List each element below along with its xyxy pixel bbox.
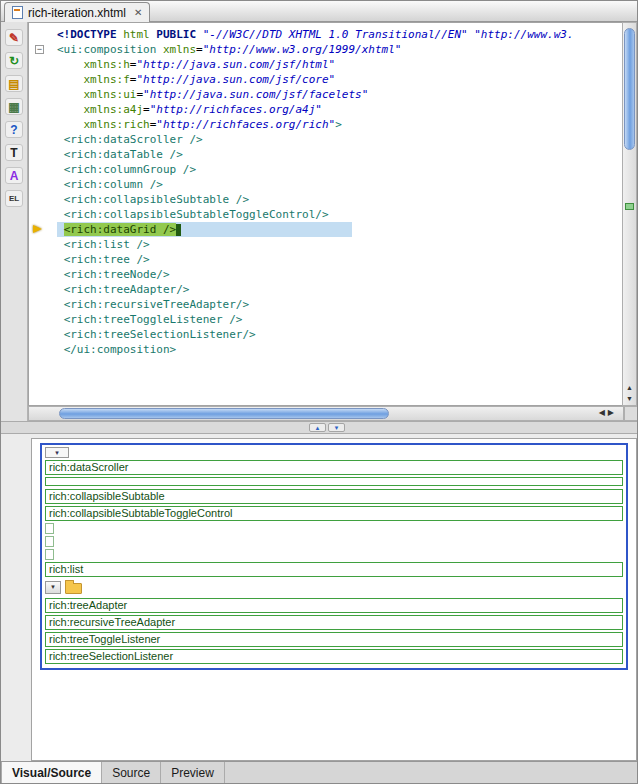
xhtml-file-icon <box>12 6 23 19</box>
tab-visual-source[interactable]: Visual/Source <box>1 762 102 783</box>
code-line[interactable]: <rich:treeAdapter/> <box>29 282 624 297</box>
vertical-scrollbar[interactable]: ▲ ▼ <box>622 22 637 406</box>
code-line[interactable]: <!DOCTYPE html PUBLIC "-//W3C//DTD XHTML… <box>29 27 624 42</box>
code-text: xmlns:h="http://java.sun.com/jsf/html" <box>57 57 335 72</box>
code-text: <rich:dataScroller /> <box>57 132 203 147</box>
visual-box-rich-treeToggleListener[interactable]: rich:treeToggleListener <box>45 632 623 647</box>
tree-preview-row[interactable]: ▼ <box>45 580 623 594</box>
visual-box-rich-collapsibleSubtableToggleControl[interactable]: rich:collapsibleSubtableToggleControl <box>45 506 623 521</box>
visual-box-rich-treeSelectionListener[interactable]: rich:treeSelectionListener <box>45 649 623 664</box>
gutter-cell <box>29 252 57 267</box>
show-selection-bar-icon[interactable]: ▦ <box>5 98 23 115</box>
horizontal-scrollbar[interactable]: ◀▶ <box>28 406 624 421</box>
gutter-cell <box>29 87 57 102</box>
visual-box-rich-dataScroller[interactable]: rich:dataScroller <box>45 460 623 475</box>
fold-collapse-icon[interactable]: − <box>35 45 44 54</box>
code-text: <rich:collapsibleSubtable /> <box>57 192 249 207</box>
visual-box-rich-collapsibleSubtable[interactable]: rich:collapsibleSubtable <box>45 489 623 504</box>
el-expression-icon[interactable]: EL <box>5 190 23 207</box>
folder-icon[interactable] <box>65 583 82 594</box>
code-line[interactable]: xmlns:a4j="http://richfaces.org/a4j" <box>29 102 624 117</box>
scroll-down-icon[interactable]: ▼ <box>623 393 636 404</box>
gutter-cell <box>29 102 57 117</box>
annotation-marker[interactable] <box>625 203 634 210</box>
code-line[interactable]: xmlns:rich="http://richfaces.org/rich"> <box>29 117 624 132</box>
code-text: <rich:columnGroup /> <box>57 162 196 177</box>
visual-empty-box[interactable] <box>45 477 623 486</box>
code-text: <rich:dataTable /> <box>57 147 183 162</box>
code-line[interactable]: <rich:treeNode/> <box>29 267 624 282</box>
code-line[interactable]: xmlns:h="http://java.sun.com/jsf/html" <box>29 57 624 72</box>
code-line[interactable]: </ui:composition> <box>29 342 624 357</box>
horizontal-scroll-arrows[interactable]: ◀▶ <box>599 408 617 417</box>
code-line[interactable]: −<ui:composition xmlns="http://www.w3.or… <box>29 42 624 57</box>
code-line[interactable]: <rich:dataScroller /> <box>29 132 624 147</box>
help-icon[interactable]: ? <box>5 121 23 138</box>
visual-root-box[interactable]: ▾rich:dataScrollerrich:collapsibleSubtab… <box>40 443 628 670</box>
gutter-cell <box>29 192 57 207</box>
vertical-scroll-arrows[interactable]: ▲ ▼ <box>623 382 636 404</box>
scroll-left-icon[interactable]: ◀ <box>599 408 608 417</box>
text-formatting-icon[interactable]: T <box>5 144 23 161</box>
code-line[interactable]: <rich:recursiveTreeAdapter/> <box>29 297 624 312</box>
code-text: <rich:dataGrid /> <box>57 222 352 237</box>
gutter-cell <box>29 312 57 327</box>
code-line[interactable]: <rich:column /> <box>29 177 624 192</box>
visual-mini-cell[interactable] <box>45 549 54 560</box>
gutter-cell <box>29 162 57 177</box>
code-line[interactable]: <rich:treeSelectionListener/> <box>29 327 624 342</box>
code-line[interactable]: <rich:collapsibleSubtable /> <box>29 192 624 207</box>
tab-preview[interactable]: Preview <box>161 762 225 783</box>
code-line[interactable]: xmlns:f="http://java.sun.com/jsf/core" <box>29 72 624 87</box>
close-icon[interactable]: ✕ <box>134 7 142 18</box>
visual-box-rich-treeAdapter[interactable]: rich:treeAdapter <box>45 598 623 613</box>
gutter-cell <box>29 297 57 312</box>
code-line[interactable]: <rich:columnGroup /> <box>29 162 624 177</box>
code-text: <rich:column /> <box>57 177 163 192</box>
code-text: <!DOCTYPE html PUBLIC "-//W3C//DTD XHTML… <box>57 27 574 42</box>
visual-mini-cell[interactable] <box>45 536 54 547</box>
code-line[interactable]: <rich:treeToggleListener /> <box>29 312 624 327</box>
gutter-cell <box>29 207 57 222</box>
page-design-options-icon[interactable]: ▤ <box>5 75 23 92</box>
code-text: xmlns:ui="http://java.sun.com/jsf/facele… <box>57 87 368 102</box>
tab-source[interactable]: Source <box>102 762 161 783</box>
code-line[interactable]: <rich:dataTable /> <box>29 147 624 162</box>
editor-tab-rich-iteration[interactable]: rich-iteration.xhtml ✕ <box>4 2 150 22</box>
tree-dropdown-button[interactable]: ▼ <box>45 581 61 594</box>
gutter-cell <box>29 57 57 72</box>
refresh-icon[interactable]: ↻ <box>5 52 23 69</box>
spell-check-icon[interactable]: A <box>5 167 23 184</box>
code-text: <rich:treeToggleListener /> <box>57 312 242 327</box>
gutter-cell <box>29 222 57 237</box>
bottom-tab-bar: Visual/SourceSourcePreview <box>1 761 638 783</box>
vertical-scrollbar-thumb[interactable] <box>624 28 635 150</box>
visual-box-rich-list[interactable]: rich:list <box>45 562 623 577</box>
code-line[interactable]: <rich:list /> <box>29 237 624 252</box>
visual-canvas[interactable]: ▾rich:dataScrollerrich:collapsibleSubtab… <box>31 438 637 761</box>
visual-mini-cell[interactable] <box>45 523 54 534</box>
datascroller-pager-control[interactable]: ▾ <box>45 447 69 458</box>
scroll-right-icon[interactable]: ▶ <box>608 408 617 417</box>
code-text: </ui:composition> <box>57 342 176 357</box>
source-editor[interactable]: <!DOCTYPE html PUBLIC "-//W3C//DTD XHTML… <box>28 22 624 406</box>
code-line[interactable]: xmlns:ui="http://java.sun.com/jsf/facele… <box>29 87 624 102</box>
horizontal-scrollbar-thumb[interactable] <box>59 408 389 419</box>
split-sash[interactable]: ▲ ▼ <box>1 421 638 434</box>
expand-up-button[interactable]: ▲ <box>309 423 326 432</box>
gutter-cell <box>29 327 57 342</box>
code-text: <rich:recursiveTreeAdapter/> <box>57 297 249 312</box>
expand-down-button[interactable]: ▼ <box>328 423 345 432</box>
vpe-toolbar: ✎↻▤▦?TAEL <box>1 22 28 421</box>
code-line[interactable]: <rich:collapsibleSubtableToggleControl/> <box>29 207 624 222</box>
code-line[interactable]: <rich:tree /> <box>29 252 624 267</box>
code-line-selected[interactable]: <rich:dataGrid /> <box>29 222 624 237</box>
visual-box-rich-recursiveTreeAdapter[interactable]: rich:recursiveTreeAdapter <box>45 615 623 630</box>
code-text: <rich:tree /> <box>57 252 150 267</box>
scroll-up-icon[interactable]: ▲ <box>623 382 636 393</box>
scrollbar-corner <box>624 406 638 421</box>
gutter-cell <box>29 177 57 192</box>
vpe-preferences-icon[interactable]: ✎ <box>5 29 23 46</box>
editor-tab-bar: rich-iteration.xhtml ✕ <box>1 1 637 22</box>
gutter-cell[interactable]: − <box>29 42 57 57</box>
